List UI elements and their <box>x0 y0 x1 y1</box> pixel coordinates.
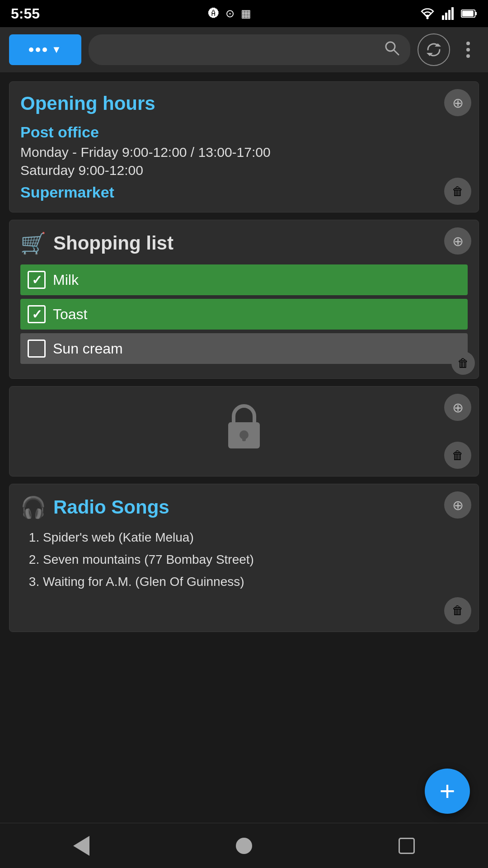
shopping-list-header: 🛒 Shopping list <box>20 231 468 255</box>
status-icon-a: 🅐 <box>208 7 219 20</box>
more-dot-2 <box>466 48 470 52</box>
search-icon <box>384 40 399 59</box>
svg-rect-1 <box>442 15 444 20</box>
radio-songs-delete-button[interactable] <box>444 597 471 624</box>
bottom-nav <box>0 823 488 868</box>
nav-back-button[interactable] <box>73 836 89 856</box>
drag-icon-2 <box>452 233 464 249</box>
status-bar: 5:55 🅐 ⊙ ▦ <box>0 0 488 27</box>
menu-arrow-icon: ▼ <box>52 44 61 56</box>
home-icon <box>236 838 252 854</box>
radio-song-1: Spider's web (Katie Melua) <box>43 528 468 546</box>
status-icon-grid: ▦ <box>241 7 251 20</box>
shopping-cart-icon: 🛒 <box>20 231 46 255</box>
trash-icon <box>452 184 464 198</box>
svg-rect-6 <box>475 12 477 15</box>
toast-label: Toast <box>53 306 87 323</box>
shopping-item-suncream[interactable]: Sun cream <box>20 333 468 364</box>
more-dot-1 <box>466 42 470 45</box>
menu-dot-2 <box>36 47 40 52</box>
svg-line-9 <box>394 50 399 55</box>
suncream-checkbox[interactable] <box>28 340 46 358</box>
back-icon <box>73 836 89 856</box>
fab-plus-icon: + <box>439 778 455 805</box>
shopping-item-toast[interactable]: Toast <box>20 299 468 330</box>
menu-button[interactable]: ▼ <box>9 34 81 65</box>
svg-point-0 <box>426 17 428 19</box>
opening-hours-drag-button[interactable] <box>444 89 471 116</box>
opening-hours-card: Opening hours Post office Monday - Frida… <box>9 81 479 212</box>
radio-songs-header: 🎧 Radio Songs <box>20 495 468 519</box>
svg-rect-3 <box>448 10 450 20</box>
locked-card-drag-button[interactable] <box>444 394 471 421</box>
milk-checkbox[interactable] <box>28 271 46 289</box>
menu-dots-group <box>29 47 47 52</box>
svg-rect-2 <box>445 13 447 20</box>
search-input[interactable] <box>99 42 379 57</box>
post-office-hours-1: Monday - Friday 9:00-12:00 / 13:00-17:00 <box>20 145 468 160</box>
svg-rect-4 <box>451 7 454 20</box>
svg-rect-14 <box>242 435 246 441</box>
trash-icon-3 <box>457 356 469 370</box>
opening-hours-title: Opening hours <box>20 93 468 114</box>
radio-song-2: Seven mountains (77 Bombay Street) <box>43 551 468 568</box>
milk-label: Milk <box>53 272 79 288</box>
drag-icon <box>452 95 464 111</box>
locked-card <box>9 386 479 476</box>
drag-icon-3 <box>452 400 464 415</box>
headphones-icon: 🎧 <box>20 495 46 519</box>
status-time: 5:55 <box>11 5 40 22</box>
nav-home-button[interactable] <box>236 838 252 854</box>
shopping-item-milk[interactable]: Milk <box>20 264 468 295</box>
status-icons: 🅐 ⊙ ▦ <box>208 7 251 20</box>
status-right-icons <box>419 7 477 20</box>
sync-icon <box>425 41 442 58</box>
radio-songs-list: Spider's web (Katie Melua) Seven mountai… <box>20 528 468 591</box>
shopping-list-title: Shopping list <box>53 232 174 254</box>
radio-songs-card: 🎧 Radio Songs Spider's web (Katie Melua)… <box>9 484 479 632</box>
sync-button[interactable] <box>418 33 450 66</box>
more-dot-3 <box>466 54 470 58</box>
status-icon-circle: ⊙ <box>225 7 235 20</box>
radio-songs-title: Radio Songs <box>53 496 169 518</box>
post-office-name: Post office <box>20 123 468 141</box>
trash-icon-4 <box>452 448 464 462</box>
cards-container: Opening hours Post office Monday - Frida… <box>0 72 488 632</box>
wifi-icon <box>419 7 436 20</box>
radio-songs-drag-button[interactable] <box>444 491 471 519</box>
supermarket-name: Supermarket <box>20 184 468 201</box>
nav-recent-button[interactable] <box>399 838 415 854</box>
opening-hours-delete-button[interactable] <box>444 178 471 205</box>
signal-icon <box>442 7 455 20</box>
recent-icon <box>399 838 415 854</box>
menu-dot-3 <box>42 47 47 52</box>
battery-icon <box>461 8 477 19</box>
lock-icon <box>224 402 264 461</box>
shopping-list-drag-button[interactable] <box>444 227 471 255</box>
radio-song-3: Waiting for A.M. (Glen Of Guinness) <box>43 573 468 590</box>
drag-icon-4 <box>452 497 464 513</box>
suncream-delete-button[interactable] <box>451 351 475 375</box>
fab-add-button[interactable]: + <box>425 769 470 814</box>
menu-dot-1 <box>29 47 33 52</box>
trash-icon-5 <box>452 604 464 618</box>
toast-checkbox[interactable] <box>28 305 46 323</box>
svg-rect-7 <box>462 11 474 17</box>
search-bar <box>89 34 410 65</box>
suncream-label: Sun cream <box>53 340 123 357</box>
top-bar: ▼ <box>0 27 488 72</box>
shopping-list-card: 🛒 Shopping list Milk Toast Sun cream <box>9 220 479 379</box>
locked-card-delete-button[interactable] <box>444 442 471 469</box>
post-office-hours-2: Saturday 9:00-12:00 <box>20 163 468 178</box>
more-button[interactable] <box>457 42 479 58</box>
